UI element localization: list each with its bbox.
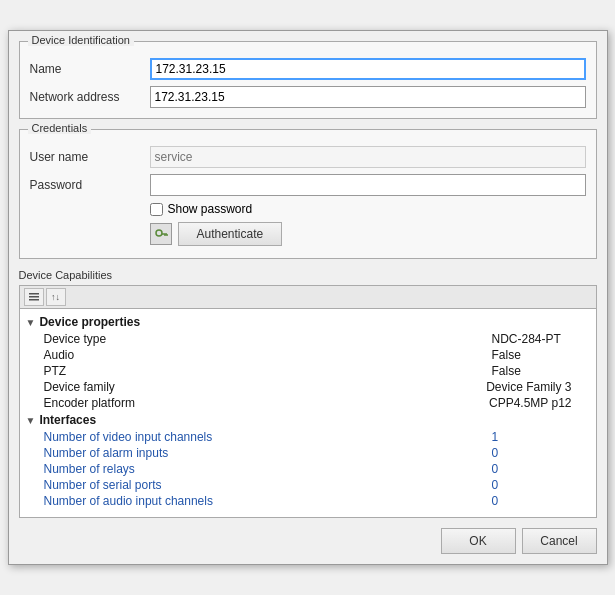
dialog: Device Identification Name Network addre… bbox=[8, 30, 608, 565]
device-identification-group: Device Identification Name Network addre… bbox=[19, 41, 597, 119]
ptz-label: PTZ bbox=[44, 364, 492, 378]
device-properties-label: Device properties bbox=[39, 315, 140, 329]
alarm-inputs-value: 0 bbox=[492, 446, 572, 460]
svg-rect-6 bbox=[29, 299, 39, 301]
audio-row: Audio False bbox=[20, 347, 596, 363]
video-channels-label: Number of video input channels bbox=[44, 430, 492, 444]
cancel-button[interactable]: Cancel bbox=[522, 528, 597, 554]
serial-ports-row: Number of serial ports 0 bbox=[20, 477, 596, 493]
encoder-platform-label: Encoder platform bbox=[44, 396, 490, 410]
password-row: Password bbox=[30, 174, 586, 196]
username-row: User name bbox=[30, 146, 586, 168]
capabilities-tree[interactable]: ▼ Device properties Device type NDC-284-… bbox=[19, 308, 597, 518]
ptz-value: False bbox=[492, 364, 572, 378]
alarm-inputs-label: Number of alarm inputs bbox=[44, 446, 492, 460]
list-icon bbox=[28, 291, 40, 303]
device-family-row: Device family Device Family 3 bbox=[20, 379, 596, 395]
device-capabilities-label: Device Capabilities bbox=[19, 269, 597, 281]
audio-channels-row: Number of audio input channels 0 bbox=[20, 493, 596, 509]
show-password-checkbox[interactable] bbox=[150, 203, 163, 216]
video-channels-value: 1 bbox=[492, 430, 572, 444]
serial-ports-value: 0 bbox=[492, 478, 572, 492]
name-row: Name bbox=[30, 58, 586, 80]
toolbar-btn-list[interactable] bbox=[24, 288, 44, 306]
credentials-title: Credentials bbox=[28, 122, 92, 134]
audio-value: False bbox=[492, 348, 572, 362]
svg-rect-5 bbox=[29, 296, 39, 298]
svg-rect-4 bbox=[29, 293, 39, 295]
device-capabilities-section: Device Capabilities ↑↓ ▼ Device properti… bbox=[19, 269, 597, 518]
authenticate-icon-btn[interactable] bbox=[150, 223, 172, 245]
capabilities-toolbar: ↑↓ bbox=[19, 285, 597, 308]
svg-point-0 bbox=[156, 230, 162, 236]
relays-label: Number of relays bbox=[44, 462, 492, 476]
password-input[interactable] bbox=[150, 174, 586, 196]
collapse-arrow-device-props: ▼ bbox=[26, 317, 36, 328]
show-password-row: Show password bbox=[150, 202, 586, 216]
encoder-platform-value: CPP4.5MP p12 bbox=[489, 396, 572, 410]
device-type-row: Device type NDC-284-PT bbox=[20, 331, 596, 347]
video-channels-row: Number of video input channels 1 bbox=[20, 429, 596, 445]
serial-ports-label: Number of serial ports bbox=[44, 478, 492, 492]
name-input[interactable] bbox=[150, 58, 586, 80]
authenticate-button[interactable]: Authenticate bbox=[178, 222, 283, 246]
interfaces-label: Interfaces bbox=[39, 413, 96, 427]
credentials-group: Credentials User name Password Show pass… bbox=[19, 129, 597, 259]
username-input[interactable] bbox=[150, 146, 586, 168]
audio-label: Audio bbox=[44, 348, 492, 362]
ptz-row: PTZ False bbox=[20, 363, 596, 379]
footer: OK Cancel bbox=[19, 528, 597, 554]
ok-button[interactable]: OK bbox=[441, 528, 516, 554]
key-icon bbox=[154, 227, 168, 241]
network-address-label: Network address bbox=[30, 90, 150, 104]
relays-row: Number of relays 0 bbox=[20, 461, 596, 477]
username-label: User name bbox=[30, 150, 150, 164]
network-address-input[interactable] bbox=[150, 86, 586, 108]
device-family-value: Device Family 3 bbox=[486, 380, 571, 394]
password-label: Password bbox=[30, 178, 150, 192]
device-type-label: Device type bbox=[44, 332, 492, 346]
relays-value: 0 bbox=[492, 462, 572, 476]
show-password-label: Show password bbox=[168, 202, 253, 216]
encoder-platform-row: Encoder platform CPP4.5MP p12 bbox=[20, 395, 596, 411]
name-label: Name bbox=[30, 62, 150, 76]
audio-channels-label: Number of audio input channels bbox=[44, 494, 492, 508]
interfaces-header[interactable]: ▼ Interfaces bbox=[20, 411, 596, 429]
toolbar-btn-sort[interactable]: ↑↓ bbox=[46, 288, 66, 306]
alarm-inputs-row: Number of alarm inputs 0 bbox=[20, 445, 596, 461]
device-family-label: Device family bbox=[44, 380, 487, 394]
authenticate-row: Authenticate bbox=[150, 222, 586, 246]
collapse-arrow-interfaces: ▼ bbox=[26, 415, 36, 426]
device-properties-header[interactable]: ▼ Device properties bbox=[20, 313, 596, 331]
device-identification-title: Device Identification bbox=[28, 34, 134, 46]
network-address-row: Network address bbox=[30, 86, 586, 108]
device-type-value: NDC-284-PT bbox=[492, 332, 572, 346]
audio-channels-value: 0 bbox=[492, 494, 572, 508]
